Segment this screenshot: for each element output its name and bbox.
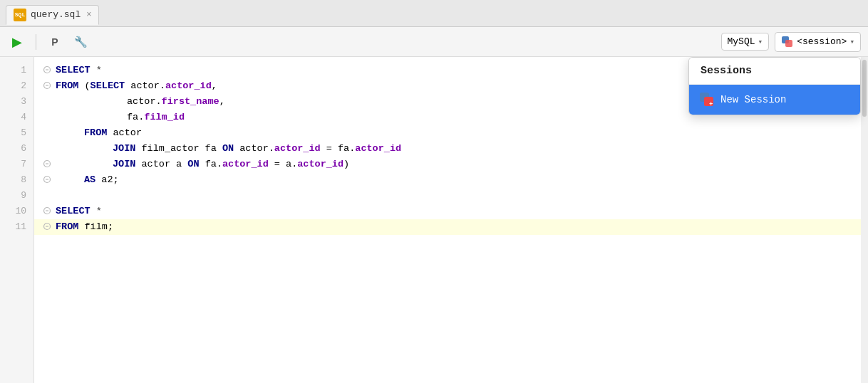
sql-file-icon: SQL [14, 9, 26, 21]
line-number: 11 [7, 219, 26, 235]
fold-icon[interactable] [43, 159, 54, 170]
toolbar: ▶ P 🔧 MySQL ▾ <session> ▾ [0, 27, 868, 57]
code-line: JOIN film_actor fa ON actor.actor_id = f… [34, 141, 861, 157]
sessions-dropdown[interactable]: Sessions + New Session [688, 57, 861, 115]
code-line: AS a2; [34, 172, 861, 188]
p-button[interactable]: P [45, 32, 65, 52]
line-content: AS a2; [84, 172, 119, 188]
svg-text:+: + [709, 101, 713, 107]
new-session-icon: + [699, 92, 715, 107]
line-content: JOIN film_actor fa ON actor.actor_id = f… [113, 141, 401, 157]
line-number: 2 [7, 78, 26, 94]
session-selector-label: <session> [797, 36, 847, 47]
code-line: SELECT * [34, 204, 861, 219]
fold-icon[interactable] [43, 112, 54, 123]
fold-icon[interactable] [43, 174, 54, 186]
code-line: FROM film; [34, 219, 861, 235]
line-content: actor.first_name, [127, 94, 225, 110]
line-numbers: 1234567891011 [0, 57, 34, 383]
fold-icon[interactable] [43, 143, 54, 154]
svg-rect-1 [785, 40, 792, 47]
line-content: SELECT * [56, 204, 102, 219]
line-content: SELECT * [56, 63, 102, 78]
line-content: FROM (SELECT actor.actor_id, [56, 78, 217, 94]
editor-area: 1234567891011 SELECT *FROM (SELECT actor… [0, 57, 868, 383]
code-line: FROM actor [34, 125, 861, 141]
new-session-label: New Session [720, 94, 786, 105]
db-selector-chevron: ▾ [758, 37, 763, 46]
fold-icon[interactable] [43, 221, 54, 233]
session-selector-chevron: ▾ [849, 37, 854, 46]
line-content: fa.film_id [127, 110, 185, 125]
line-number: 7 [7, 157, 26, 172]
tab-filename: query.sql [31, 9, 81, 20]
line-content: JOIN actor a ON fa.actor_id = a.actor_id… [113, 157, 349, 172]
database-selector[interactable]: MySQL ▾ [721, 33, 770, 51]
line-number: 5 [7, 125, 26, 141]
query-tab[interactable]: SQL query.sql × [6, 5, 99, 25]
scrollbar-thumb[interactable] [862, 60, 867, 117]
line-number: 3 [7, 94, 26, 110]
fold-icon[interactable] [43, 206, 54, 217]
wrench-icon: 🔧 [74, 36, 88, 48]
tab-bar: SQL query.sql × [0, 0, 868, 27]
line-content: FROM actor [84, 125, 142, 141]
line-number: 9 [7, 188, 26, 204]
fold-icon[interactable] [43, 65, 54, 76]
new-session-item[interactable]: + New Session [689, 85, 860, 115]
fold-icon[interactable] [43, 80, 54, 92]
scrollbar[interactable] [861, 57, 868, 383]
line-number: 8 [7, 172, 26, 188]
line-number: 6 [7, 141, 26, 157]
code-line [34, 188, 861, 204]
fold-icon[interactable] [43, 127, 54, 139]
session-selector[interactable]: <session> ▾ [775, 32, 861, 52]
toolbar-divider-1 [36, 34, 36, 50]
line-number: 4 [7, 110, 26, 125]
db-selector-label: MySQL [728, 36, 755, 47]
sessions-dropdown-header: Sessions [689, 58, 860, 85]
code-line: JOIN actor a ON fa.actor_id = a.actor_id… [34, 157, 861, 172]
run-button[interactable]: ▶ [7, 32, 27, 52]
line-content: FROM film; [56, 219, 113, 235]
tab-close-button[interactable]: × [86, 10, 91, 20]
wrench-button[interactable]: 🔧 [71, 32, 91, 52]
fold-icon[interactable] [43, 96, 54, 107]
line-number: 10 [7, 204, 26, 219]
session-icon [781, 36, 794, 48]
line-number: 1 [7, 63, 26, 78]
fold-icon[interactable] [43, 190, 54, 201]
